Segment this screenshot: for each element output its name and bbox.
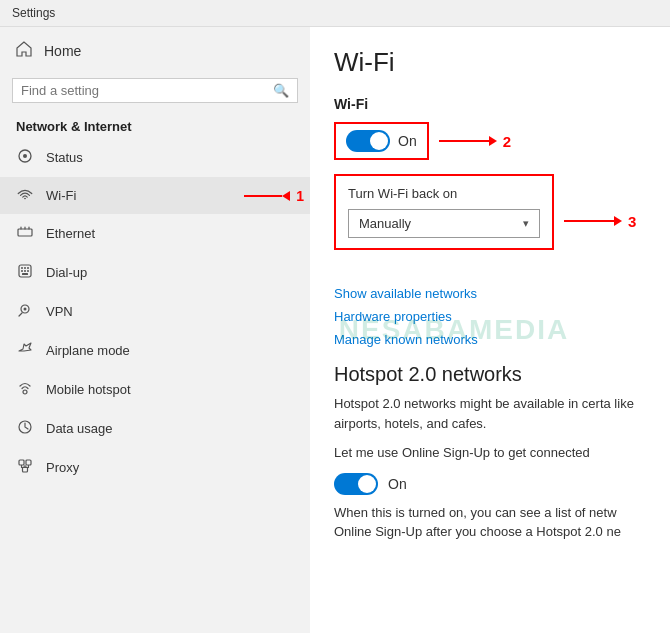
page-title: Wi-Fi (334, 47, 646, 78)
main-layout: Home 🔍 Network & Internet Status (0, 27, 670, 633)
turnback-dropdown[interactable]: Manually ▾ (348, 209, 540, 238)
annotation-3-label: 3 (628, 213, 636, 230)
home-label: Home (44, 43, 81, 59)
dialup-icon (16, 263, 34, 282)
show-networks-link[interactable]: Show available networks (334, 286, 646, 301)
hotspot-desc2: Let me use Online Sign-Up to get connect… (334, 443, 646, 463)
hotspot-toggle-row: On (334, 473, 646, 495)
annotation-2-arrow: 2 (439, 133, 511, 150)
chevron-down-icon: ▾ (523, 217, 529, 230)
annotation-1: 1 (244, 188, 304, 204)
home-icon (16, 41, 32, 60)
sidebar-item-data[interactable]: Data usage (0, 409, 310, 448)
hardware-properties-link[interactable]: Hardware properties (334, 309, 646, 324)
sidebar-item-proxy[interactable]: Proxy (0, 448, 310, 487)
vpn-icon (16, 302, 34, 321)
svg-point-7 (21, 270, 23, 272)
proxy-icon (16, 458, 34, 477)
hotspot-desc3: When this is turned on, you can see a li… (334, 503, 646, 542)
search-input[interactable] (21, 83, 273, 98)
sidebar-item-label-status: Status (46, 150, 83, 165)
content-panel: NESABAMEDIA Wi-Fi Wi-Fi On 2 Turn Wi-Fi … (310, 27, 670, 633)
turnback-annotation-row: Turn Wi-Fi back on Manually ▾ 3 (334, 174, 646, 268)
sidebar-item-wifi[interactable]: Wi-Fi 1 (0, 177, 310, 214)
turnback-title: Turn Wi-Fi back on (348, 186, 540, 201)
search-icon: 🔍 (273, 83, 289, 98)
hotspot-toggle[interactable] (334, 473, 378, 495)
manage-known-networks-link[interactable]: Manage known networks (334, 332, 646, 347)
sidebar-item-dialup[interactable]: Dial-up (0, 253, 310, 292)
svg-point-4 (21, 267, 23, 269)
sidebar-item-status[interactable]: Status (0, 138, 310, 177)
sidebar-item-vpn[interactable]: VPN (0, 292, 310, 331)
toggle2-label: On (388, 476, 407, 492)
svg-point-8 (24, 270, 26, 272)
sidebar-item-airplane[interactable]: Airplane mode (0, 331, 310, 370)
sidebar-item-label-ethernet: Ethernet (46, 226, 95, 241)
annotation-3-arrow: 3 (564, 213, 636, 230)
hotspot-desc1: Hotspot 2.0 networks might be available … (334, 394, 646, 433)
wifi-section-heading: Wi-Fi (334, 96, 646, 112)
status-icon (16, 148, 34, 167)
svg-rect-14 (19, 460, 24, 465)
data-icon (16, 419, 34, 438)
sidebar-item-label-proxy: Proxy (46, 460, 79, 475)
svg-point-9 (27, 270, 29, 272)
svg-point-6 (27, 267, 29, 269)
sidebar: Home 🔍 Network & Internet Status (0, 27, 310, 633)
toggle-annotation-row: On 2 (334, 122, 646, 160)
airplane-icon (16, 341, 34, 360)
turnback-box: Turn Wi-Fi back on Manually ▾ (334, 174, 554, 250)
sidebar-item-label-wifi: Wi-Fi (46, 188, 76, 203)
sidebar-item-label-hotspot: Mobile hotspot (46, 382, 131, 397)
sidebar-item-ethernet[interactable]: Ethernet (0, 214, 310, 253)
sidebar-item-hotspot[interactable]: Mobile hotspot (0, 370, 310, 409)
hotspot-icon (16, 380, 34, 399)
hotspot-heading: Hotspot 2.0 networks (334, 363, 646, 386)
ethernet-icon (16, 224, 34, 243)
sidebar-item-label-airplane: Airplane mode (46, 343, 130, 358)
sidebar-item-label-vpn: VPN (46, 304, 73, 319)
svg-rect-10 (22, 273, 28, 275)
sidebar-item-home[interactable]: Home (0, 27, 310, 74)
title-bar-label: Settings (12, 6, 55, 20)
annotation-1-label: 1 (296, 188, 304, 204)
search-box[interactable]: 🔍 (12, 78, 298, 103)
wifi-toggle[interactable] (346, 130, 390, 152)
svg-point-12 (24, 308, 27, 311)
toggle-box: On (334, 122, 429, 160)
wifi-icon (16, 187, 34, 204)
svg-point-5 (24, 267, 26, 269)
toggle-label: On (398, 133, 417, 149)
sidebar-item-label-dialup: Dial-up (46, 265, 87, 280)
svg-point-1 (23, 154, 27, 158)
sidebar-section-title: Network & Internet (0, 111, 310, 138)
title-bar: Settings (0, 0, 670, 27)
svg-rect-2 (18, 229, 32, 236)
svg-rect-15 (26, 460, 31, 465)
sidebar-item-label-data: Data usage (46, 421, 113, 436)
annotation-2-label: 2 (503, 133, 511, 150)
dropdown-value: Manually (359, 216, 411, 231)
